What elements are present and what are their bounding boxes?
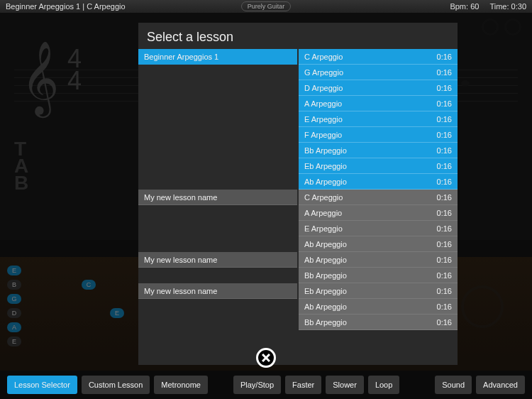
lesson-item[interactable]: Bb Arpeggio0:16: [299, 315, 458, 330]
lesson-selector-modal: Select a lesson Beginner Arpeggios 1 My …: [138, 23, 458, 365]
lesson-item[interactable]: Eb Arpeggio0:16: [299, 283, 458, 299]
lesson-item[interactable]: F Arpeggio0:16: [299, 127, 458, 143]
lesson-item[interactable]: Bb Arpeggio0:16: [299, 143, 458, 158]
metronome-button[interactable]: Metronome: [154, 376, 208, 394]
lesson-list-unselected-group: C Arpeggio0:16 A Arpeggio0:16 E Arpeggio…: [299, 190, 458, 330]
lesson-list-selected-group: C Arpeggio0:16 G Arpeggio0:16 D Arpeggio…: [299, 49, 458, 190]
header-status: Bpm: 60 Time: 0:30: [291, 2, 526, 11]
sound-button[interactable]: Sound: [435, 376, 472, 394]
faster-button[interactable]: Faster: [285, 376, 321, 394]
lesson-title: Beginner Arpeggios 1 | C Arpeggio: [6, 2, 241, 11]
lesson-item[interactable]: D Arpeggio0:16: [299, 80, 458, 96]
brand-badge: Purely Guitar: [241, 1, 292, 11]
modal-title: Select a lesson: [138, 23, 458, 49]
lesson-group-item[interactable]: My new lesson name: [138, 190, 297, 205]
header-bar: Beginner Arpeggios 1 | C Arpeggio Purely…: [0, 0, 532, 13]
lesson-group-item[interactable]: My new lesson name: [138, 252, 297, 268]
lesson-item[interactable]: G Arpeggio0:16: [299, 65, 458, 80]
lesson-selector-button[interactable]: Lesson Selector: [7, 376, 77, 394]
footer-toolbar: Lesson Selector Custom Lesson Metronome …: [0, 371, 532, 399]
play-stop-button[interactable]: Play/Stop: [233, 376, 281, 394]
lesson-item[interactable]: Ab Arpeggio0:16: [299, 299, 458, 315]
advanced-button[interactable]: Advanced: [476, 376, 525, 394]
lesson-item[interactable]: Ab Arpeggio0:16: [299, 174, 458, 190]
lesson-list-column: C Arpeggio0:16 G Arpeggio0:16 D Arpeggio…: [299, 49, 458, 361]
lesson-item[interactable]: Bb Arpeggio0:16: [299, 268, 458, 283]
lesson-item[interactable]: Ab Arpeggio0:16: [299, 252, 458, 268]
close-icon[interactable]: [256, 348, 276, 368]
time-label: Time: 0:30: [489, 2, 526, 11]
lesson-item[interactable]: Eb Arpeggio0:16: [299, 158, 458, 174]
lesson-item[interactable]: E Arpeggio0:16: [299, 221, 458, 236]
lesson-item[interactable]: A Arpeggio0:16: [299, 205, 458, 221]
lesson-item[interactable]: C Arpeggio0:16: [299, 49, 458, 65]
lesson-item[interactable]: A Arpeggio0:16: [299, 96, 458, 111]
lesson-group-item[interactable]: Beginner Arpeggios 1: [138, 49, 297, 65]
lesson-group-item[interactable]: My new lesson name: [138, 283, 297, 299]
loop-button[interactable]: Loop: [368, 376, 399, 394]
lesson-item[interactable]: C Arpeggio0:16: [299, 190, 458, 205]
slower-button[interactable]: Slower: [326, 376, 364, 394]
bpm-label: Bpm: 60: [450, 2, 479, 11]
lesson-group-column: Beginner Arpeggios 1 My new lesson name …: [138, 49, 297, 361]
lesson-item[interactable]: Ab Arpeggio0:16: [299, 236, 458, 252]
custom-lesson-button[interactable]: Custom Lesson: [82, 376, 150, 394]
lesson-item[interactable]: E Arpeggio0:16: [299, 111, 458, 127]
